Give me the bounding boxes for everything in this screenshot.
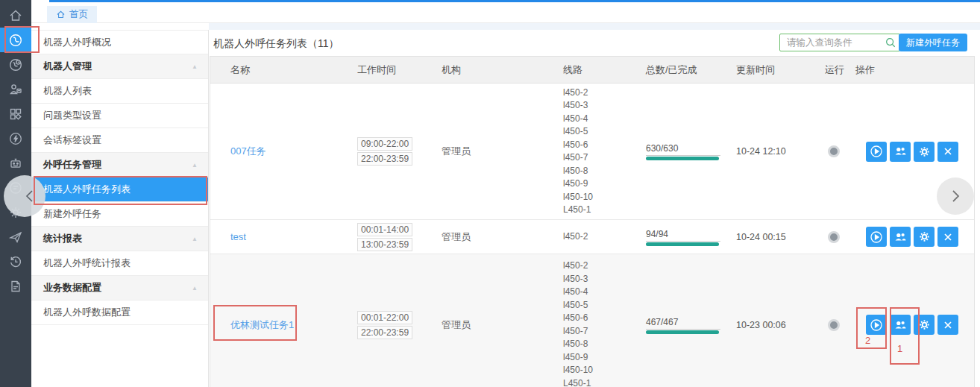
- file-icon[interactable]: [0, 274, 31, 298]
- sidebar-collapse-handle[interactable]: [4, 175, 45, 217]
- running-toggle[interactable]: [828, 319, 840, 331]
- work-time-badge: 00:01-14:00: [357, 223, 412, 236]
- tab-home[interactable]: 首页: [47, 6, 97, 23]
- sidebar-item-new-task[interactable]: 新建外呼任务: [31, 202, 208, 227]
- call-history-phone-icon[interactable]: [0, 52, 31, 77]
- outbound-phone-icon[interactable]: [0, 28, 31, 52]
- org-cell: 管理员: [434, 230, 561, 244]
- members-icon: [893, 145, 907, 158]
- close-icon: [942, 319, 954, 331]
- contact-card-icon[interactable]: [0, 77, 31, 101]
- delete-button[interactable]: [937, 142, 958, 162]
- col-header-progress: 总数/已完成: [643, 63, 736, 77]
- col-header-org: 机构: [434, 63, 561, 77]
- history-icon[interactable]: [0, 249, 31, 274]
- progress-cell: 630/630: [643, 142, 736, 160]
- sidebar-item-question-type[interactable]: 问题类型设置: [31, 104, 208, 128]
- col-header-actions: 操作: [855, 63, 974, 77]
- page-title: 机器人外呼任务列表（11）: [213, 37, 339, 51]
- progress-bar: [646, 242, 719, 246]
- chevron-right-icon: [949, 188, 961, 204]
- robot-mail-icon[interactable]: [0, 151, 31, 175]
- sidebar-menu: 机器人外呼概况 机器人管理▲ 机器人列表 问题类型设置 会话标签设置 外呼任务管…: [31, 30, 209, 387]
- tab-bar: 首页: [31, 0, 980, 23]
- play-icon: [870, 145, 883, 158]
- actions-cell: [855, 315, 974, 335]
- sidebar-item-robot-list[interactable]: 机器人列表: [31, 79, 208, 104]
- magnifier-icon[interactable]: [885, 37, 896, 48]
- task-table: 名称 工作时间 机构 线路 总数/已完成 更新时间 运行 操作 007任务 09…: [210, 56, 975, 387]
- members-icon: [893, 230, 907, 244]
- updated-cell: 10-24 12:10: [736, 146, 822, 157]
- lines-cell: l450-2: [561, 230, 643, 244]
- settings-icon: [918, 318, 931, 331]
- play-button[interactable]: [866, 315, 887, 335]
- work-time-badge: 00:01-22:00: [357, 311, 412, 324]
- close-icon: [942, 145, 954, 157]
- settings-icon: [918, 145, 931, 158]
- work-time-badge: 13:00-23:59: [357, 238, 412, 251]
- members-button[interactable]: [890, 227, 911, 247]
- updated-cell: 10-23 00:06: [736, 320, 822, 330]
- actions-cell: [855, 227, 974, 247]
- sidebar-item-stat-report[interactable]: 机器人外呼统计报表: [31, 251, 208, 276]
- search-input[interactable]: [779, 34, 900, 51]
- new-task-button[interactable]: 新建外呼任务: [899, 34, 967, 51]
- home-icon[interactable]: [0, 3, 31, 28]
- members-button[interactable]: [890, 315, 911, 335]
- progress-bar: [646, 330, 719, 334]
- sidebar-item-session-tags[interactable]: 会话标签设置: [31, 128, 208, 153]
- running-toggle[interactable]: [828, 145, 840, 157]
- lines-cell: l450-2l450-3l450-4l450-5l450-6l450-7l450…: [561, 259, 643, 387]
- progress-label: 630/630: [646, 143, 720, 156]
- sidebar-group-business-data[interactable]: 业务数据配置▲: [31, 276, 208, 301]
- table-header-row: 名称 工作时间 机构 线路 总数/已完成 更新时间 运行 操作: [210, 57, 974, 84]
- app-window: 首页 机器人外呼概况 机器人管理▲ 机器人列表 问题类型设置 会话标签设置 外呼…: [0, 0, 980, 387]
- send-plane-icon[interactable]: [0, 224, 31, 249]
- settings-button[interactable]: [914, 315, 935, 335]
- sidebar-item-data-config[interactable]: 机器人外呼数据配置: [31, 301, 208, 325]
- chevron-left-icon: [25, 189, 35, 204]
- org-cell: 管理员: [434, 318, 561, 332]
- apps-grid-icon[interactable]: [0, 101, 31, 126]
- actions-cell: [855, 142, 974, 162]
- settings-button[interactable]: [914, 142, 935, 162]
- sidebar-group-robot-management[interactable]: 机器人管理▲: [31, 54, 208, 79]
- lines-cell: l450-2l450-3l450-4l450-5l450-6l450-7l450…: [561, 86, 643, 217]
- running-toggle[interactable]: [828, 231, 840, 243]
- task-name-link[interactable]: 优林测试任务1: [230, 319, 294, 330]
- members-button[interactable]: [890, 142, 911, 162]
- collapse-arrow-icon: ▲: [192, 63, 198, 70]
- updated-cell: 10-24 00:15: [736, 232, 822, 242]
- work-time-badge: 22:00-23:59: [357, 152, 412, 166]
- table-row: 007任务 09:00-22:00 22:00-23:59 管理员 l450-2…: [210, 84, 974, 220]
- energy-circle-icon[interactable]: [0, 126, 31, 151]
- table-row: test 00:01-14:00 13:00-23:59 管理员 l450-2 …: [210, 220, 974, 254]
- col-header-lines: 线路: [561, 63, 643, 77]
- play-button[interactable]: [866, 227, 887, 247]
- settings-button[interactable]: [914, 227, 935, 247]
- delete-button[interactable]: [937, 227, 958, 247]
- next-page-button[interactable]: [937, 177, 974, 215]
- play-icon: [870, 230, 883, 244]
- sidebar-group-reports[interactable]: 统计报表▲: [31, 227, 208, 251]
- close-icon: [942, 231, 954, 243]
- task-name-link[interactable]: test: [230, 231, 246, 242]
- progress-label: 467/467: [646, 317, 720, 330]
- delete-button[interactable]: [937, 315, 958, 335]
- col-header-name: 名称: [210, 63, 352, 77]
- sidebar-group-outbound-task[interactable]: 外呼任务管理▲: [31, 153, 208, 177]
- task-name-link[interactable]: 007任务: [230, 145, 266, 157]
- progress-label: 94/94: [646, 229, 720, 242]
- work-time-badge: 09:00-22:00: [357, 137, 412, 151]
- home-icon: [56, 10, 66, 19]
- col-header-running: 运行: [822, 63, 855, 77]
- progress-cell: 94/94: [643, 228, 736, 246]
- play-icon: [870, 318, 883, 332]
- members-icon: [893, 318, 907, 332]
- sidebar-item-task-list[interactable]: 机器人外呼任务列表: [31, 177, 208, 202]
- play-button[interactable]: [866, 142, 887, 162]
- sidebar-item-overview[interactable]: 机器人外呼概况: [31, 30, 208, 54]
- work-time-badge: 22:00-23:59: [357, 326, 412, 339]
- settings-icon: [918, 230, 931, 243]
